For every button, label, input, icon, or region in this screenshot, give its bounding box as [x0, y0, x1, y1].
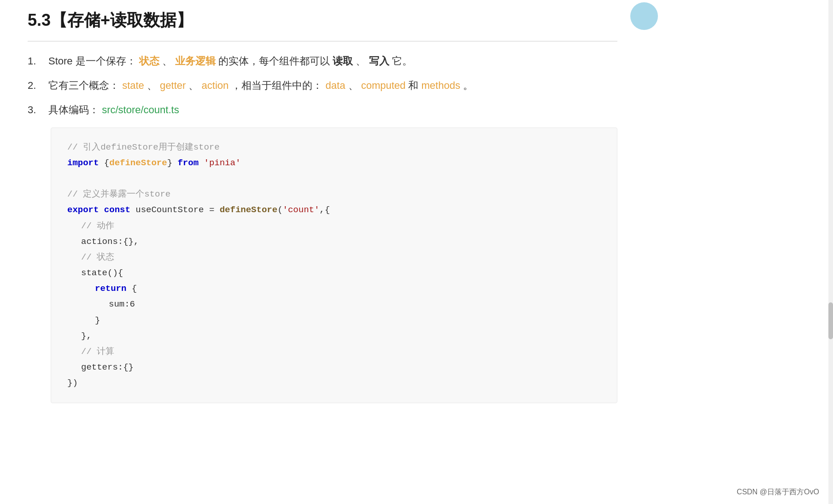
code-comment-1: // 引入defineStore用于创建store	[67, 142, 220, 152]
code-line-8: // 状态	[67, 249, 601, 265]
text-write: 写入	[369, 55, 389, 67]
code-store-name: useCountStore	[135, 205, 209, 215]
page-container: 5.3【存储+读取数据】 1. Store 是一个保存： 状态 、 业务逻辑 的…	[0, 0, 645, 426]
scrollbar[interactable]	[828, 0, 833, 504]
avatar	[630, 2, 658, 30]
watermark: CSDN @日落于西方OvO	[737, 487, 819, 497]
list-content-2: 它有三个概念： state 、 getter 、 action ，相当于组件中的…	[48, 77, 617, 93]
code-line-13: },	[67, 328, 601, 344]
list-container: 1. Store 是一个保存： 状态 、 业务逻辑 的实体，每个组件都可以 读取…	[28, 53, 617, 118]
list-number-3: 3.	[28, 102, 46, 118]
list-content-3: 具体编码： src/store/count.ts	[48, 102, 617, 118]
page-header: 5.3【存储+读取数据】	[28, 9, 617, 32]
text-state: state	[122, 80, 144, 91]
code-line-16: })	[67, 375, 601, 391]
code-line-14: // 计算	[67, 344, 601, 359]
code-paren-open: (	[277, 205, 282, 215]
code-line-7: actions:{},	[67, 234, 601, 249]
text-sep1: 、	[162, 55, 172, 67]
code-keyword-const: const	[104, 205, 135, 215]
code-line-2: import {defineStore} from 'pinia'	[67, 155, 601, 171]
code-return-brace: {	[132, 284, 137, 294]
code-define-store: defineStore	[109, 158, 167, 168]
code-state-close: },	[81, 331, 92, 341]
code-comment-state: // 状态	[81, 252, 114, 262]
code-brace-open: {	[104, 158, 109, 168]
code-keyword-import: import	[67, 158, 104, 168]
code-close-all: })	[67, 378, 78, 388]
code-keyword-from: from	[177, 158, 204, 168]
text-store: Store 是一个保存：	[48, 55, 136, 67]
list-item: 1. Store 是一个保存： 状态 、 业务逻辑 的实体，每个组件都可以 读取…	[28, 53, 617, 69]
text-getter: getter	[160, 80, 186, 91]
text-and: 和	[408, 80, 421, 91]
text-sep2: 、	[356, 55, 366, 67]
code-close-brace-return: }	[95, 315, 100, 325]
text-sep4: 、	[188, 80, 199, 91]
list-item: 3. 具体编码： src/store/count.ts	[28, 102, 617, 118]
code-brace-close: }	[167, 158, 178, 168]
code-keyword-return: return	[95, 284, 132, 294]
code-line-12: }	[67, 313, 601, 328]
code-line-11: sum:6	[67, 296, 601, 312]
code-comment-getters: // 计算	[81, 347, 114, 357]
code-line-15: getters:{}	[67, 359, 601, 375]
list-number-1: 1.	[28, 53, 46, 69]
text-specific-code: 具体编码：	[48, 104, 99, 116]
code-comment-2: // 定义并暴露一个store	[67, 189, 170, 199]
list-content-1: Store 是一个保存： 状态 、 业务逻辑 的实体，每个组件都可以 读取 、 …	[48, 53, 617, 69]
text-end1: 。	[463, 80, 473, 91]
code-line-4: // 定义并暴露一个store	[67, 186, 601, 202]
text-data: data	[326, 80, 346, 91]
code-block: // 引入defineStore用于创建store import {define…	[51, 127, 617, 403]
code-comma-brace: ,{	[319, 205, 330, 215]
text-entity: 的实体，每个组件都可以	[218, 55, 330, 67]
code-keyword-export: export	[67, 205, 104, 215]
divider	[28, 41, 617, 41]
code-sum: sum:6	[109, 299, 135, 309]
text-sep5: 、	[348, 80, 358, 91]
text-equivalent: ，相当于组件中的：	[231, 80, 323, 91]
code-line-blank	[67, 171, 601, 186]
text-state-label: 状态	[139, 55, 159, 67]
text-action: action	[202, 80, 229, 91]
text-three-concepts: 它有三个概念：	[48, 80, 119, 91]
code-line-6: // 动作	[67, 218, 601, 234]
code-line-9: state(){	[67, 265, 601, 281]
text-it: 它。	[392, 55, 412, 67]
list-item: 2. 它有三个概念： state 、 getter 、 action ，相当于组…	[28, 77, 617, 93]
page-title: 5.3【存储+读取数据】	[28, 9, 193, 32]
code-func-definestore: defineStore	[220, 205, 277, 215]
code-string-pinia: 'pinia'	[204, 158, 241, 168]
code-getters: getters:{}	[81, 362, 134, 372]
code-string-count: 'count'	[283, 205, 320, 215]
code-line-5: export const useCountStore = defineStore…	[67, 202, 601, 218]
code-state-func: state(){	[81, 268, 123, 278]
code-line-10: return {	[67, 281, 601, 296]
code-line-1: // 引入defineStore用于创建store	[67, 139, 601, 155]
code-comment-actions: // 动作	[81, 221, 114, 231]
text-read: 读取	[333, 55, 353, 67]
text-file-path: src/store/count.ts	[102, 104, 179, 116]
text-logic-label: 业务逻辑	[175, 55, 216, 67]
text-computed: computed	[361, 80, 406, 91]
text-methods: methods	[422, 80, 460, 91]
code-actions: actions:{},	[81, 237, 139, 247]
scrollbar-thumb[interactable]	[828, 302, 833, 339]
list-number-2: 2.	[28, 77, 46, 93]
code-equals: =	[209, 205, 220, 215]
text-sep3: 、	[147, 80, 157, 91]
